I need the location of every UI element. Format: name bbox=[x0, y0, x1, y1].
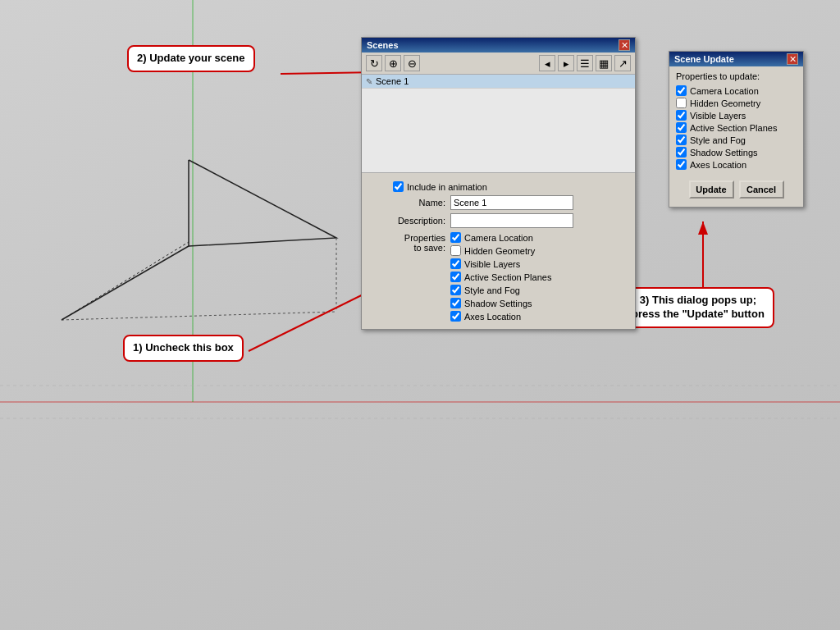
scenes-close-button[interactable]: ✕ bbox=[619, 39, 630, 51]
description-input[interactable] bbox=[450, 213, 573, 228]
prop-visible-layers-checkbox[interactable] bbox=[450, 258, 461, 269]
export-button[interactable]: ↗ bbox=[614, 55, 631, 71]
scene-item-label: Scene 1 bbox=[376, 76, 409, 86]
prop-active-section-planes-label: Active Section Planes bbox=[464, 272, 551, 282]
dialog-visible-layers-checkbox[interactable] bbox=[676, 110, 687, 121]
dialog-shadow-settings-checkbox[interactable] bbox=[676, 147, 687, 158]
name-row: Name: bbox=[368, 195, 628, 210]
dialog-title-bar: Scene Update ✕ bbox=[669, 52, 803, 66]
dialog-prop-camera-location: Camera Location bbox=[676, 84, 797, 97]
prop-camera-location: Camera Location bbox=[450, 231, 551, 244]
dialog-buttons: Update Cancel bbox=[676, 177, 797, 202]
scene-list-item[interactable]: ✎ Scene 1 bbox=[362, 75, 635, 89]
dialog-active-section-planes-checkbox[interactable] bbox=[676, 122, 687, 133]
update-button[interactable]: Update bbox=[689, 180, 734, 199]
move-right-button[interactable]: ▸ bbox=[558, 55, 574, 71]
annotation-step3: 3) This dialog pops up;press the "Update… bbox=[622, 287, 774, 328]
scenes-list: ✎ Scene 1 bbox=[362, 75, 635, 173]
prop-shadow-settings-label: Shadow Settings bbox=[464, 299, 532, 308]
prop-active-section-planes: Active Section Planes bbox=[450, 271, 551, 283]
add-button[interactable]: ⊕ bbox=[385, 55, 401, 71]
scene-update-dialog: Scene Update ✕ Properties to update: Cam… bbox=[669, 51, 804, 208]
annotation-step2: 2) Update your scene bbox=[127, 45, 255, 72]
prop-style-and-fog-label: Style and Fog bbox=[464, 285, 520, 295]
dialog-camera-location-label: Camera Location bbox=[690, 86, 759, 96]
prop-style-and-fog-checkbox[interactable] bbox=[450, 285, 461, 295]
scenes-toolbar: ↻ ⊕ ⊖ ◂ ▸ ☰ ▦ ↗ bbox=[362, 52, 635, 75]
prop-visible-layers: Visible Layers bbox=[450, 258, 551, 270]
description-row: Description: bbox=[368, 213, 628, 228]
prop-visible-layers-label: Visible Layers bbox=[464, 259, 520, 269]
dialog-camera-location-checkbox[interactable] bbox=[676, 85, 687, 96]
prop-axes-location: Axes Location bbox=[450, 310, 551, 322]
dialog-prop-shadow-settings: Shadow Settings bbox=[676, 146, 797, 158]
prop-hidden-geometry-checkbox[interactable] bbox=[450, 245, 461, 256]
dialog-body: Properties to update: Camera Location Hi… bbox=[669, 66, 803, 207]
scenes-title-bar: Scenes ✕ bbox=[362, 38, 635, 52]
include-animation-row: Include in animation bbox=[368, 178, 628, 195]
prop-shadow-settings: Shadow Settings bbox=[450, 297, 551, 309]
options-button[interactable]: ☰ bbox=[577, 55, 593, 71]
dialog-style-and-fog-checkbox[interactable] bbox=[676, 135, 687, 145]
dialog-prop-active-section-planes: Active Section Planes bbox=[676, 121, 797, 134]
dialog-title: Scene Update bbox=[674, 54, 734, 64]
scenes-panel: Scenes ✕ ↻ ⊕ ⊖ ◂ ▸ ☰ ▦ ↗ ✎ Scene 1 Inclu… bbox=[361, 37, 636, 330]
prop-camera-location-label: Camera Location bbox=[464, 233, 533, 243]
dialog-visible-layers-label: Visible Layers bbox=[690, 111, 746, 121]
view-button[interactable]: ▦ bbox=[596, 55, 612, 71]
prop-active-section-planes-checkbox[interactable] bbox=[450, 272, 461, 282]
prop-style-and-fog: Style and Fog bbox=[450, 284, 551, 296]
dialog-axes-location-label: Axes Location bbox=[690, 160, 746, 170]
include-animation-label: Include in animation bbox=[407, 182, 487, 192]
remove-button[interactable]: ⊖ bbox=[404, 55, 420, 71]
dialog-active-section-planes-label: Active Section Planes bbox=[690, 123, 777, 133]
prop-axes-location-checkbox[interactable] bbox=[450, 311, 461, 322]
prop-hidden-geometry: Hidden Geometry bbox=[450, 244, 551, 257]
dialog-style-and-fog-label: Style and Fog bbox=[690, 135, 746, 145]
dialog-prop-style-and-fog: Style and Fog bbox=[676, 134, 797, 146]
move-left-button[interactable]: ◂ bbox=[539, 55, 555, 71]
svg-line-6 bbox=[62, 312, 336, 320]
cancel-button[interactable]: Cancel bbox=[739, 180, 784, 199]
prop-hidden-geometry-label: Hidden Geometry bbox=[464, 246, 535, 256]
scene-item-icon: ✎ bbox=[366, 77, 372, 86]
dialog-prop-hidden-geometry: Hidden Geometry bbox=[676, 97, 797, 109]
dialog-axes-location-checkbox[interactable] bbox=[676, 159, 687, 170]
properties-section: Propertiesto save: Camera Location Hidde… bbox=[368, 231, 628, 322]
dialog-close-button[interactable]: ✕ bbox=[787, 53, 798, 65]
annotation-step1: 1) Uncheck this box bbox=[123, 335, 244, 362]
dialog-hidden-geometry-label: Hidden Geometry bbox=[690, 98, 760, 108]
prop-shadow-settings-checkbox[interactable] bbox=[450, 298, 461, 308]
dialog-hidden-geometry-checkbox[interactable] bbox=[676, 98, 687, 108]
dialog-section-label: Properties to update: bbox=[676, 71, 797, 81]
dialog-prop-axes-location: Axes Location bbox=[676, 158, 797, 171]
scenes-title: Scenes bbox=[367, 40, 399, 50]
properties-label: Propertiesto save: bbox=[368, 231, 450, 322]
dialog-prop-visible-layers: Visible Layers bbox=[676, 109, 797, 121]
refresh-button[interactable]: ↻ bbox=[366, 55, 382, 71]
prop-axes-location-label: Axes Location bbox=[464, 312, 521, 322]
description-label: Description: bbox=[368, 216, 450, 226]
scenes-form: Include in animation Name: Description: … bbox=[362, 173, 635, 329]
include-animation-checkbox[interactable] bbox=[393, 181, 404, 192]
prop-camera-location-checkbox[interactable] bbox=[450, 232, 461, 243]
name-label: Name: bbox=[368, 198, 450, 208]
properties-checkboxes: Camera Location Hidden Geometry Visible … bbox=[450, 231, 551, 322]
dialog-shadow-settings-label: Shadow Settings bbox=[690, 148, 758, 158]
name-input[interactable] bbox=[450, 195, 573, 210]
